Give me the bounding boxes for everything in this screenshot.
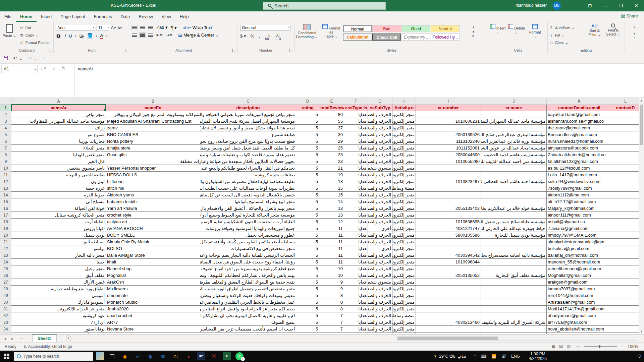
cell-description[interactable]: متجر يهتم بالغزل والحياكة ، أعشق الفن وا… (200, 205, 296, 212)
cell-businessType[interactable]: هدايا (344, 125, 368, 131)
style-check-cell[interactable]: Check Cell (372, 34, 401, 41)
cell-businessSubType[interactable]: الحرف والصنا (368, 286, 392, 292)
cell-contact-phone[interactable] (612, 198, 639, 205)
format-cells-button[interactable]: Format⌄ (526, 22, 544, 39)
touch-keyboard-icon[interactable]: ⌨ (481, 351, 486, 362)
cell-rating[interactable]: 5 (296, 172, 319, 178)
cell-email[interactable]: the.zarav@gmail.com (547, 125, 612, 131)
cancel-icon[interactable]: ✕ (43, 66, 47, 71)
cell-businessSubType[interactable]: الحرف والصنا (368, 259, 392, 265)
show-hidden-icons[interactable]: ⌃ (473, 351, 476, 362)
cell-totalReviews[interactable]: 9 (319, 286, 344, 292)
cell-cr-number[interactable]: 4031221747 (416, 225, 481, 232)
zoom-in-button[interactable]: + (621, 344, 623, 349)
cell-nameAr[interactable]: أمومتي (11, 292, 106, 299)
format-as-table-button[interactable]: Format asTable ⌄ (321, 22, 342, 39)
cell-activity[interactable]: متجر إلكتروني (392, 299, 416, 306)
row-header-13[interactable]: 13 (0, 185, 11, 192)
cell-businessType[interactable]: هدايا (344, 272, 368, 279)
cell-cr-name[interactable] (481, 185, 547, 192)
cell-email[interactable]: Zainab.alkhateeb@hotmail.co (547, 152, 612, 158)
formula-input[interactable]: nameAr (78, 66, 93, 71)
cell-cr-number[interactable]: 2050135052 (416, 272, 481, 279)
cell-cr-name[interactable] (481, 286, 547, 292)
cell-contact-phone[interactable] (612, 165, 639, 172)
cell-cr-name[interactable]: مؤسسة داليه اسامه محمدسراج نجار للفنو (481, 252, 547, 259)
cell-cr-name[interactable]: مؤسسة ماجد عبدالله الشهراني للمقاولات (481, 118, 547, 125)
cell-cr-number[interactable] (416, 265, 481, 272)
row-header-33[interactable]: 33 (0, 319, 11, 326)
zoom-slider[interactable] (584, 346, 617, 347)
cell-email[interactable]: ashail@alyaaart.sa (547, 219, 612, 225)
cell-nameAr[interactable]: متجر غصن للهدايا (11, 152, 106, 158)
cell-nameEn[interactable]: AVIANA BROOCH (106, 225, 200, 232)
cell-nameAr[interactable]: متجر عز الحزام الإلكتروني (11, 306, 106, 312)
cell-contact-phone[interactable] (612, 232, 639, 239)
cell-nameAr[interactable]: فخاريات نوريتا (11, 138, 106, 145)
increase-decimal-icon[interactable]: ←.0.00 (264, 34, 270, 41)
cell-cr-number[interactable]: 1011152061 (416, 145, 481, 152)
save-button[interactable] (3, 55, 8, 61)
cell-nameAr[interactable]: خولة لفن الحياكة (11, 205, 106, 212)
cell-description[interactable]: العلياء آرت ، لخدمات الفنون التشكيلية و … (200, 219, 296, 225)
cell-rating[interactable]: 5 (296, 138, 319, 145)
cell-description[interactable]: تقديم هدايا مميزة قاعدة اكواب و تعليقات … (200, 152, 296, 158)
cell-nameEn[interactable]: omoomate (106, 292, 200, 299)
cell-email[interactable]: Lolla_1417@hotmail.com (547, 172, 612, 178)
cell-nameAr[interactable]: العلياء آرت (11, 219, 106, 225)
cell-activity[interactable]: متجر إلكتروني (392, 172, 416, 178)
align-middle-icon[interactable] (140, 26, 145, 29)
cell-businessSubType[interactable]: الحرف والصنا (368, 292, 392, 299)
conditional-formatting-button[interactable]: ConditionalFormatting ⌄ (294, 22, 319, 39)
number-dialog-launcher[interactable] (289, 49, 293, 52)
font-size-select[interactable]: 11▾ (97, 25, 110, 31)
cell-businessSubType[interactable]: الحرف والصنا (368, 265, 392, 272)
cell-contact-phone[interactable] (612, 265, 639, 272)
cell-totalReviews[interactable]: 8 (319, 299, 344, 306)
cell-businessType[interactable]: هدايا (344, 265, 368, 272)
cell-description[interactable]: نسيج الصوف (200, 319, 296, 326)
cell-description[interactable]: كل ما يطلبه العميل يُنفذ شغل شعل أنيق وس… (200, 145, 296, 152)
cell-businessSubType[interactable]: متسوق شخصي (368, 279, 392, 286)
cell-activity[interactable]: متجر إلكتروني (392, 158, 416, 165)
cell-activity[interactable]: متجر إلكتروني (392, 138, 416, 145)
fill-color-icon[interactable]: 🪣 (87, 33, 93, 39)
font-name-select[interactable]: Arial▾ (56, 25, 95, 31)
cell-nameAr[interactable]: ببساطة أنيق (11, 239, 106, 245)
cell-cr-name[interactable]: خياط جوهره عبدالله علي الحارثي للخياطة (481, 225, 547, 232)
cell-cr-number[interactable] (416, 239, 481, 245)
cell-nameAr[interactable]: فال الخير (11, 158, 106, 165)
row-header-12[interactable]: 12 (0, 178, 11, 185)
cell-contact-phone[interactable] (612, 326, 639, 333)
cell-description[interactable]: نهتم بالفن والحرفة ، نشارككم لحظاتكم الم… (200, 272, 296, 279)
cell-businessType[interactable]: هدايا (344, 131, 368, 138)
cell-cr-name[interactable] (481, 299, 547, 306)
fill-button[interactable]: ⤓Fill ⌄ (548, 32, 585, 39)
ribbon-scroll-icons[interactable]: ▲▼⊽ (625, 22, 644, 39)
cell-description[interactable]: قطع صنعت يدويًا تنتج مزج الفن بروح صانعه… (200, 138, 296, 145)
cell-cr-name[interactable]: مؤسسة بودي سميل للتجارة (481, 232, 547, 239)
row-header-7[interactable]: 7 (0, 145, 11, 152)
ribbon-display-options-icon[interactable]: ⊡ (582, 0, 598, 11)
cell-description[interactable]: يقدم لكم متجر عز الحزام اجود وافضل انواع… (200, 306, 296, 312)
cell-rating[interactable]: 5 (296, 292, 319, 299)
style-followed-hyperlink[interactable]: Followed Hy... (431, 34, 460, 41)
cell-description[interactable]: نقدم هدايا موائد بشكل مميز و أنيق و نسعى… (200, 125, 296, 131)
cell-nameEn[interactable]: Mixflowers (106, 286, 200, 292)
cell-totalReviews[interactable]: 55 (319, 118, 344, 125)
cell-cr-number[interactable] (416, 185, 481, 192)
cell-activity[interactable]: متجر إلكتروني (392, 192, 416, 198)
cell-businessSubType[interactable]: الحرف والصنا (368, 252, 392, 259)
style-explanatory[interactable]: Explanatory... (401, 34, 430, 41)
cell-cr-name[interactable] (481, 265, 547, 272)
cell-businessType[interactable]: هدايا (344, 205, 368, 212)
row-header-8[interactable]: 8 (0, 152, 11, 158)
percent-style-icon[interactable]: % (250, 34, 254, 41)
edge-icon[interactable]: ℯ (133, 352, 142, 360)
restore-button[interactable]: ❐ (613, 0, 629, 11)
cell-email[interactable]: raheelthemoon@gmail.com (547, 265, 612, 272)
cell-businessType[interactable]: هدايا (344, 326, 368, 333)
cell-description[interactable]: ببساطة أصنع ما تُسر القلوب من كُسنه وأنا… (200, 239, 296, 245)
row-header-32[interactable]: 32 (0, 312, 11, 319)
cell-totalReviews[interactable]: 10 (319, 265, 344, 272)
